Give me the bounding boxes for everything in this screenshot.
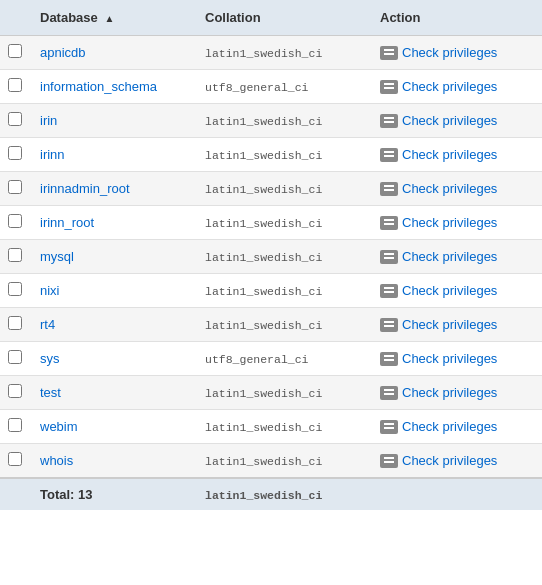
- action-column-header: Action: [372, 0, 542, 36]
- database-column-header[interactable]: Database ▲: [32, 0, 197, 36]
- row-checkbox[interactable]: [8, 384, 22, 398]
- table-footer-row: Total: 13 latin1_swedish_ci: [0, 478, 542, 510]
- row-checkbox[interactable]: [8, 350, 22, 364]
- row-checkbox[interactable]: [8, 44, 22, 58]
- db-name-link[interactable]: whois: [40, 453, 73, 468]
- db-name-cell: sys: [32, 342, 197, 376]
- db-name-cell: mysql: [32, 240, 197, 274]
- db-name-link[interactable]: apnicdb: [40, 45, 86, 60]
- db-name-link[interactable]: irinnadmin_root: [40, 181, 130, 196]
- row-checkbox[interactable]: [8, 452, 22, 466]
- db-name-link[interactable]: irinn: [40, 147, 65, 162]
- row-checkbox[interactable]: [8, 282, 22, 296]
- collation-cell: latin1_swedish_ci: [197, 138, 372, 172]
- check-privileges-link[interactable]: Check privileges: [402, 351, 497, 366]
- action-cell: Check privileges: [372, 70, 542, 104]
- table-row: webimlatin1_swedish_ciCheck privileges: [0, 410, 542, 444]
- db-name-cell: webim: [32, 410, 197, 444]
- row-checkbox[interactable]: [8, 180, 22, 194]
- collation-cell: latin1_swedish_ci: [197, 444, 372, 479]
- collation-column-label: Collation: [205, 10, 261, 25]
- action-cell: Check privileges: [372, 308, 542, 342]
- action-cell: Check privileges: [372, 240, 542, 274]
- privileges-icon: [380, 454, 398, 468]
- check-privileges-link[interactable]: Check privileges: [402, 249, 497, 264]
- check-privileges-link[interactable]: Check privileges: [402, 419, 497, 434]
- collation-cell: latin1_swedish_ci: [197, 206, 372, 240]
- action-cell: Check privileges: [372, 342, 542, 376]
- collation-value: latin1_swedish_ci: [205, 217, 322, 230]
- db-name-link[interactable]: mysql: [40, 249, 74, 264]
- db-name-cell: irinn: [32, 138, 197, 172]
- database-column-label: Database: [40, 10, 98, 25]
- total-label: Total: 13: [40, 487, 93, 502]
- table-row: testlatin1_swedish_ciCheck privileges: [0, 376, 542, 410]
- db-name-cell: irin: [32, 104, 197, 138]
- row-checkbox-cell: [0, 36, 32, 70]
- action-cell: Check privileges: [372, 376, 542, 410]
- check-privileges-link[interactable]: Check privileges: [402, 147, 497, 162]
- row-checkbox[interactable]: [8, 112, 22, 126]
- table-row: mysqllatin1_swedish_ciCheck privileges: [0, 240, 542, 274]
- db-name-link[interactable]: nixi: [40, 283, 60, 298]
- db-name-link[interactable]: webim: [40, 419, 78, 434]
- db-name-cell: whois: [32, 444, 197, 479]
- db-name-cell: irinn_root: [32, 206, 197, 240]
- collation-cell: latin1_swedish_ci: [197, 308, 372, 342]
- check-privileges-link[interactable]: Check privileges: [402, 181, 497, 196]
- db-name-link[interactable]: irinn_root: [40, 215, 94, 230]
- check-privileges-link[interactable]: Check privileges: [402, 385, 497, 400]
- action-cell: Check privileges: [372, 36, 542, 70]
- check-privileges-link[interactable]: Check privileges: [402, 317, 497, 332]
- row-checkbox[interactable]: [8, 316, 22, 330]
- db-name-link[interactable]: test: [40, 385, 61, 400]
- table-header-row: Database ▲ Collation Action: [0, 0, 542, 36]
- db-name-cell: information_schema: [32, 70, 197, 104]
- collation-cell: latin1_swedish_ci: [197, 104, 372, 138]
- action-cell: Check privileges: [372, 138, 542, 172]
- db-name-cell: nixi: [32, 274, 197, 308]
- action-cell: Check privileges: [372, 172, 542, 206]
- collation-value: utf8_general_ci: [205, 353, 309, 366]
- collation-value: latin1_swedish_ci: [205, 149, 322, 162]
- check-privileges-link[interactable]: Check privileges: [402, 79, 497, 94]
- collation-value: latin1_swedish_ci: [205, 115, 322, 128]
- check-privileges-link[interactable]: Check privileges: [402, 215, 497, 230]
- check-privileges-link[interactable]: Check privileges: [402, 453, 497, 468]
- table-row: information_schemautf8_general_ciCheck p…: [0, 70, 542, 104]
- db-name-link[interactable]: irin: [40, 113, 57, 128]
- collation-value: latin1_swedish_ci: [205, 387, 322, 400]
- db-name-cell: apnicdb: [32, 36, 197, 70]
- db-name-cell: rt4: [32, 308, 197, 342]
- collation-value: latin1_swedish_ci: [205, 285, 322, 298]
- table-row: irinn_rootlatin1_swedish_ciCheck privile…: [0, 206, 542, 240]
- db-name-link[interactable]: sys: [40, 351, 60, 366]
- db-name-link[interactable]: rt4: [40, 317, 55, 332]
- row-checkbox[interactable]: [8, 248, 22, 262]
- check-privileges-link[interactable]: Check privileges: [402, 45, 497, 60]
- row-checkbox[interactable]: [8, 418, 22, 432]
- row-checkbox[interactable]: [8, 214, 22, 228]
- row-checkbox[interactable]: [8, 78, 22, 92]
- row-checkbox[interactable]: [8, 146, 22, 160]
- privileges-icon: [380, 352, 398, 366]
- db-name-link[interactable]: information_schema: [40, 79, 157, 94]
- row-checkbox-cell: [0, 70, 32, 104]
- action-cell: Check privileges: [372, 410, 542, 444]
- collation-cell: utf8_general_ci: [197, 342, 372, 376]
- table-row: sysutf8_general_ciCheck privileges: [0, 342, 542, 376]
- table-row: whoislatin1_swedish_ciCheck privileges: [0, 444, 542, 479]
- check-all-header: [0, 0, 32, 36]
- collation-cell: latin1_swedish_ci: [197, 172, 372, 206]
- privileges-icon: [380, 148, 398, 162]
- privileges-icon: [380, 250, 398, 264]
- privileges-icon: [380, 46, 398, 60]
- collation-value: latin1_swedish_ci: [205, 455, 322, 468]
- collation-cell: latin1_swedish_ci: [197, 240, 372, 274]
- footer-collation-value: latin1_swedish_ci: [205, 489, 322, 502]
- check-privileges-link[interactable]: Check privileges: [402, 283, 497, 298]
- check-privileges-link[interactable]: Check privileges: [402, 113, 497, 128]
- privileges-icon: [380, 182, 398, 196]
- row-checkbox-cell: [0, 444, 32, 479]
- footer-action-cell: [372, 478, 542, 510]
